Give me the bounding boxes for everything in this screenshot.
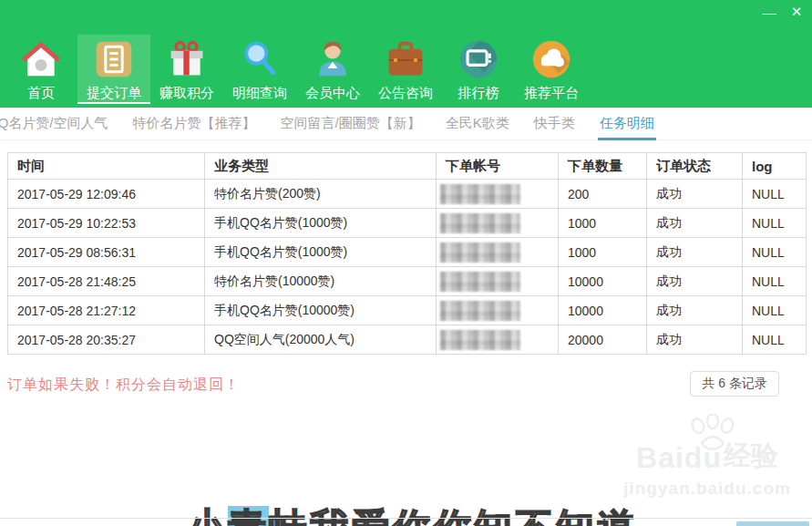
nav-label: 推荐平台 [524, 85, 579, 102]
briefcase-icon [385, 38, 427, 80]
paw-icon [685, 414, 742, 454]
masked-account [440, 242, 520, 263]
cell-quantity: 1000 [559, 238, 647, 267]
watermark-url: jingyan.baidu.com [609, 479, 806, 499]
cell-time: 2017-05-28 20:35:27 [8, 325, 205, 355]
order-doc-icon [93, 38, 135, 80]
caption-text: 蛙我爱你你知不知道 [269, 506, 638, 526]
table-row: 2017-05-28 21:27:12 手机QQ名片赞(10000赞) 1000… [8, 296, 807, 325]
cell-quantity: 10000 [559, 296, 647, 325]
cell-type: 特价名片赞(200赞) [205, 180, 437, 209]
table-row: 2017-05-29 12:09:46 特价名片赞(200赞) 200 成功 N… [8, 180, 807, 209]
masked-account [440, 213, 520, 233]
col-header-time: 时间 [8, 153, 205, 180]
cell-time: 2017-05-29 10:22:53 [8, 209, 205, 238]
cell-status: 成功 [647, 325, 743, 355]
nav-label: 排行榜 [458, 85, 499, 102]
cell-log: NULL [743, 238, 807, 267]
table-row: 2017-05-28 20:35:27 QQ空间人气(20000人气) 2000… [8, 325, 807, 355]
tab-task-detail[interactable]: 任务明细 [600, 108, 654, 139]
cell-quantity: 1000 [559, 209, 647, 238]
cell-status: 成功 [647, 180, 743, 209]
nav-label: 会员中心 [305, 85, 360, 102]
gift-icon [166, 38, 208, 80]
nav-label: 明细查询 [232, 85, 287, 102]
col-header-type: 业务类型 [205, 153, 437, 180]
cell-log: NULL [743, 325, 807, 355]
nav-item-rankings[interactable]: 排行榜 [442, 35, 515, 104]
cell-type: 手机QQ名片赞(1000赞) [205, 209, 437, 238]
cell-log: NULL [743, 209, 807, 238]
cell-log: NULL [743, 267, 807, 296]
col-header-status: 订单状态 [647, 153, 743, 180]
baidu-jingyan-watermark: Baidu 经验 jingyan.baidu.com [609, 438, 806, 499]
cell-time: 2017-05-29 12:09:46 [8, 180, 205, 209]
cell-account [437, 209, 559, 238]
cell-time: 2017-05-28 21:27:12 [8, 296, 205, 325]
masked-account [440, 272, 520, 292]
orders-table: 时间 业务类型 下单帐号 下单数量 订单状态 log 2017-05-29 12… [7, 152, 807, 355]
cell-time: 2017-05-28 21:48:25 [8, 267, 205, 296]
tab-space-messages[interactable]: 空间留言/圈圈赞【新】 [281, 108, 421, 139]
col-header-account: 下单帐号 [437, 153, 559, 180]
search-icon [239, 38, 281, 80]
main-nav: 首页 提交订单 [5, 35, 588, 104]
cell-type: 手机QQ名片赞(1000赞) [205, 238, 437, 267]
cell-account [437, 296, 559, 325]
app-header: — ✕ 首页 [0, 0, 812, 108]
table-header-row: 时间 业务类型 下单帐号 下单数量 订单状态 log [8, 153, 807, 180]
masked-account [440, 184, 520, 204]
col-header-quantity: 下单数量 [559, 153, 647, 180]
cell-type: 手机QQ名片赞(10000赞) [205, 296, 437, 325]
cell-account [437, 325, 559, 355]
titlebar-buttons: — ✕ [759, 2, 807, 22]
cell-quantity: 10000 [559, 267, 647, 296]
cell-account [437, 238, 559, 267]
nav-item-member-center[interactable]: 会员中心 [296, 35, 369, 104]
masked-account [440, 330, 520, 350]
tab-qq-card-likes[interactable]: QQ名片赞/空间人气 [0, 108, 108, 139]
close-button[interactable]: ✕ [786, 2, 807, 22]
table-row: 2017-05-29 10:22:53 手机QQ名片赞(1000赞) 1000 … [8, 209, 807, 238]
category-tab-bar: QQ名片赞/空间人气 特价名片赞【推荐】 空间留言/圈圈赞【新】 全民K歌类 快… [0, 108, 812, 140]
bottom-caption: 小青蛙我爱你你知不知道 [187, 502, 638, 526]
cell-status: 成功 [647, 267, 743, 296]
cell-log: NULL [743, 296, 807, 325]
cell-quantity: 200 [559, 180, 647, 209]
col-header-log: log [743, 153, 807, 180]
cell-type: 特价名片赞(10000赞) [205, 267, 437, 296]
table-row: 2017-05-29 08:56:31 手机QQ名片赞(1000赞) 1000 … [8, 238, 807, 267]
nav-label: 首页 [27, 85, 55, 102]
masked-account [440, 301, 520, 321]
nav-item-earn-points[interactable]: 赚取积分 [150, 35, 223, 104]
record-count-badge: 共 6 条记录 [690, 371, 779, 397]
cell-account [437, 180, 559, 209]
cell-quantity: 20000 [559, 325, 647, 355]
minimize-button[interactable]: — [759, 2, 779, 22]
cell-account [437, 267, 559, 296]
refund-notice: 订单如果失败！积分会自动退回！ [7, 376, 240, 395]
bottom-divider [0, 518, 812, 519]
caption-highlighted-char: 青 [228, 506, 269, 526]
app-window: — ✕ 首页 [0, 0, 812, 526]
nav-item-recommend-platform[interactable]: 推荐平台 [515, 35, 588, 104]
nav-item-home[interactable]: 首页 [5, 35, 77, 104]
home-icon [20, 38, 62, 80]
cloud-icon [530, 38, 572, 80]
cell-status: 成功 [647, 296, 743, 325]
ranking-tv-icon [457, 38, 499, 80]
cell-time: 2017-05-29 08:56:31 [8, 238, 205, 267]
nav-item-submit-order[interactable]: 提交订单 [77, 35, 150, 104]
tab-karaoke[interactable]: 全民K歌类 [446, 108, 509, 139]
nav-item-detail-query[interactable]: 明细查询 [223, 35, 296, 104]
cell-type: QQ空间人气(20000人气) [205, 325, 437, 355]
nav-label: 赚取积分 [159, 85, 214, 102]
tab-special-card-likes[interactable]: 特价名片赞【推荐】 [133, 108, 256, 139]
cell-status: 成功 [647, 209, 743, 238]
tab-kuaishou[interactable]: 快手类 [534, 108, 575, 139]
cell-status: 成功 [647, 238, 743, 267]
cell-log: NULL [743, 180, 807, 209]
clipped-blue-button[interactable] [736, 521, 809, 526]
caption-text: 小 [187, 506, 228, 526]
nav-item-announcements[interactable]: 公告咨询 [369, 35, 442, 104]
